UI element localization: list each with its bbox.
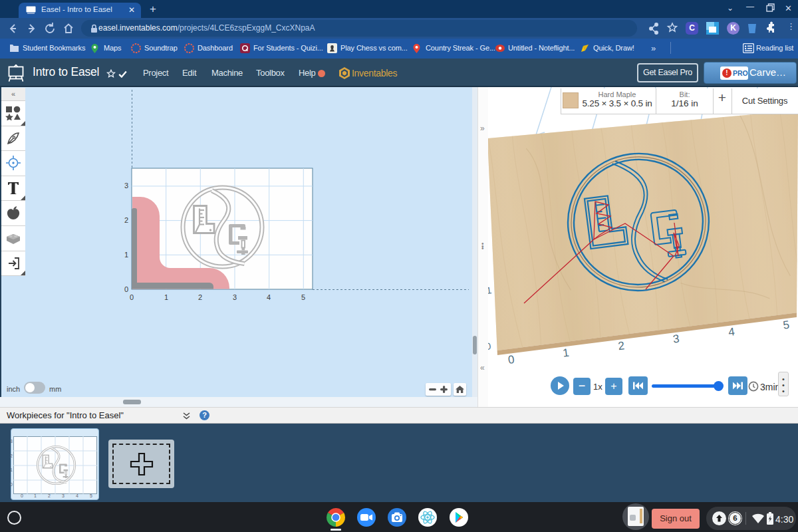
svg-text:3: 3 bbox=[672, 332, 680, 346]
svg-text:2: 2 bbox=[617, 339, 625, 352]
svg-text:4: 4 bbox=[728, 325, 735, 338]
svg-text:0: 0 bbox=[488, 340, 491, 352]
svg-text:1: 1 bbox=[124, 251, 128, 259]
svg-text:2: 2 bbox=[124, 216, 128, 224]
svg-text:3: 3 bbox=[233, 293, 237, 301]
svg-text:4: 4 bbox=[267, 293, 271, 301]
svg-text:5: 5 bbox=[782, 319, 790, 332]
svg-text:1: 1 bbox=[562, 346, 570, 360]
svg-text:5: 5 bbox=[301, 293, 305, 301]
svg-text:0: 0 bbox=[507, 353, 515, 366]
svg-text:1: 1 bbox=[488, 285, 492, 296]
svg-text:0: 0 bbox=[124, 285, 128, 293]
svg-text:0: 0 bbox=[130, 293, 134, 301]
svg-text:1: 1 bbox=[164, 293, 168, 301]
svg-text:3: 3 bbox=[124, 182, 128, 190]
svg-text:2: 2 bbox=[198, 293, 202, 301]
